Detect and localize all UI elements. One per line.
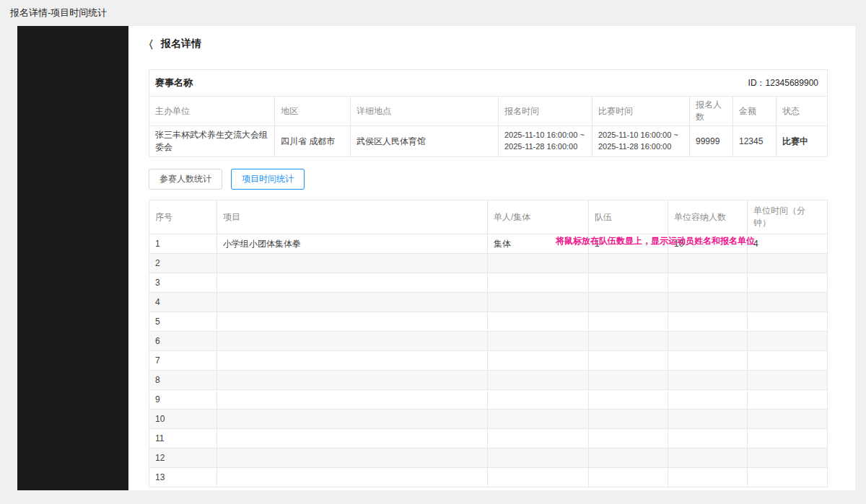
project-table-row: 9 <box>149 390 828 410</box>
cell-unit-capacity <box>668 293 748 312</box>
cell-project-name <box>217 468 488 487</box>
cell-solo-or-group <box>488 273 589 293</box>
cell-solo-or-group <box>488 448 589 468</box>
cell-project-name <box>217 371 488 390</box>
cell-signup-count: 99999 <box>690 126 733 157</box>
cell-unit-time <box>748 273 828 293</box>
column-header: 序号 <box>149 200 217 234</box>
cell-signup-time: 2025-11-10 16:00:00 ~ 2025-11-28 16:00:0… <box>499 126 592 157</box>
cell-unit-time <box>748 429 828 448</box>
cell-unit-time: 4 <box>748 234 828 254</box>
project-time-table: 序号项目单人/集体队伍单位容纳人数单位时间（分钟） 1 小学组小团体集体拳 集体… <box>149 200 828 487</box>
event-card-header: 赛事名称 ID：12345689900 <box>149 69 828 96</box>
cell-solo-or-group <box>488 429 589 448</box>
cell-unit-capacity <box>668 332 748 351</box>
cell-row-number: 11 <box>149 429 217 448</box>
cell-team-count[interactable]: 1 <box>589 234 668 254</box>
tab-button[interactable]: 项目时间统计 <box>231 169 305 190</box>
page-title: 报名详情-项目时间统计 <box>0 0 866 26</box>
cell-unit-capacity <box>668 254 748 273</box>
column-header: 详细地点 <box>351 97 499 126</box>
cell-unit-time <box>748 468 828 487</box>
cell-row-number: 3 <box>149 273 217 293</box>
cell-team-count[interactable] <box>589 312 668 332</box>
back-icon[interactable]: 〈 <box>143 39 154 50</box>
cell-team-count[interactable] <box>589 293 668 312</box>
cell-unit-capacity <box>668 351 748 371</box>
cell-solo-or-group <box>488 293 589 312</box>
cell-row-number: 1 <box>149 234 217 254</box>
column-header: 主办单位 <box>149 97 275 126</box>
column-header: 队伍 <box>589 200 668 234</box>
cell-unit-capacity <box>668 371 748 390</box>
cell-unit-time <box>748 254 828 273</box>
cell-unit-capacity <box>668 448 748 468</box>
cell-team-count[interactable] <box>589 254 668 273</box>
cell-unit-time <box>748 332 828 351</box>
cell-row-number: 7 <box>149 351 217 371</box>
cell-project-name <box>217 312 488 332</box>
content-header: 〈 报名详情 <box>128 26 855 50</box>
cell-project-name <box>217 273 488 293</box>
cell-team-count[interactable] <box>589 351 668 371</box>
cell-region: 四川省 成都市 <box>275 126 351 157</box>
cell-row-number: 2 <box>149 254 217 273</box>
column-header: 单人/集体 <box>488 200 589 234</box>
event-id-label: ID： <box>748 78 766 88</box>
layout: 〈 报名详情 赛事名称 ID：12345689900 主办单位地区详细地点报名时… <box>17 26 854 490</box>
cell-team-count[interactable] <box>589 371 668 390</box>
cell-unit-time <box>748 410 828 429</box>
column-header: 项目 <box>217 200 488 234</box>
column-header: 单位时间（分钟） <box>748 200 828 234</box>
cell-project-name <box>217 390 488 410</box>
cell-row-number: 12 <box>149 448 217 468</box>
project-table-row: 13 <box>149 468 828 487</box>
cell-solo-or-group <box>488 332 589 351</box>
cell-solo-or-group <box>488 312 589 332</box>
cell-unit-capacity <box>668 312 748 332</box>
cell-venue: 武侯区人民体育馆 <box>351 126 499 157</box>
cell-solo-or-group <box>488 468 589 487</box>
cell-team-count[interactable] <box>589 332 668 351</box>
cell-unit-capacity: 10 <box>668 234 748 254</box>
page-heading: 报名详情 <box>161 37 201 50</box>
cell-team-count[interactable] <box>589 429 668 448</box>
project-table-row: 3 <box>149 273 828 293</box>
cell-solo-or-group <box>488 390 589 410</box>
cell-team-count[interactable] <box>589 448 668 468</box>
cell-solo-or-group <box>488 410 589 429</box>
tab-button[interactable]: 参赛人数统计 <box>149 169 222 190</box>
cell-amount: 12345 <box>733 126 777 157</box>
column-header: 单位容纳人数 <box>668 200 748 234</box>
cell-team-count[interactable] <box>589 468 668 487</box>
cell-solo-or-group: 集体 <box>488 234 589 254</box>
event-table-header-row: 主办单位地区详细地点报名时间比赛时间报名人数金额状态 <box>149 97 828 126</box>
cell-unit-capacity <box>668 273 748 293</box>
column-header: 比赛时间 <box>592 97 690 126</box>
status-badge: 比赛中 <box>777 126 828 157</box>
cell-row-number: 8 <box>149 371 217 390</box>
column-header: 金额 <box>733 97 777 126</box>
cell-team-count[interactable] <box>589 410 668 429</box>
cell-project-name <box>217 448 488 468</box>
column-header: 报名时间 <box>499 97 592 126</box>
cell-row-number: 13 <box>149 468 217 487</box>
project-table-row: 4 <box>149 293 828 312</box>
cell-unit-time <box>748 312 828 332</box>
column-header: 地区 <box>275 97 351 126</box>
project-table-row: 11 <box>149 429 828 448</box>
cell-unit-time <box>748 371 828 390</box>
project-table-wrap: 序号项目单人/集体队伍单位容纳人数单位时间（分钟） 1 小学组小团体集体拳 集体… <box>149 200 828 487</box>
cell-solo-or-group <box>488 351 589 371</box>
cell-unit-capacity <box>668 429 748 448</box>
project-table-row: 6 <box>149 332 828 351</box>
cell-row-number: 4 <box>149 293 217 312</box>
cell-unit-time <box>748 351 828 371</box>
cell-unit-time <box>748 390 828 410</box>
project-table-row: 5 <box>149 312 828 332</box>
cell-team-count[interactable] <box>589 390 668 410</box>
cell-project-name <box>217 254 488 273</box>
cell-team-count[interactable] <box>589 273 668 293</box>
cell-project-name: 小学组小团体集体拳 <box>217 234 488 254</box>
cell-row-number: 6 <box>149 332 217 351</box>
